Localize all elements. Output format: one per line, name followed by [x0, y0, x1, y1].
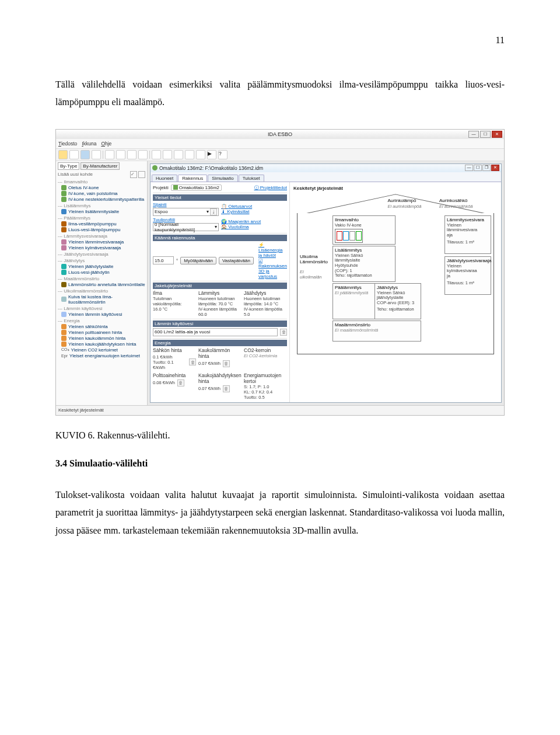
- tool-i-icon[interactable]: [196, 150, 205, 159]
- poltto-header: Polttoainehinta: [153, 372, 196, 378]
- tool-h-icon[interactable]: [185, 150, 194, 159]
- form-panel: Projekti Omakotitalo 136m2 ⓘ Projektitie…: [150, 182, 290, 402]
- tool-c-icon[interactable]: [127, 150, 136, 159]
- tool-d-icon[interactable]: [138, 150, 148, 159]
- kauko-del-icon[interactable]: 🗑: [223, 360, 230, 367]
- lammin-del-icon[interactable]: 🗑: [280, 329, 287, 336]
- sidebar-item[interactable]: IV-kone nestekiertolämmityspatterilla: [61, 197, 145, 202]
- tool-a-icon[interactable]: [105, 150, 114, 159]
- tool-help-icon[interactable]: ?: [218, 150, 228, 159]
- section-lammin-header: Lämmin käyttövesi: [153, 321, 287, 327]
- menubar: TTiedostoiedosto Ikkuna Ohje: [56, 139, 504, 149]
- sidebar-item[interactable]: Yleinen kaukolämmön hinta: [61, 336, 145, 341]
- tool-save2-icon[interactable]: [92, 150, 101, 159]
- rakennus3d-link[interactable]: ☑ Rakennuksen 3D ja varjostus: [258, 258, 287, 279]
- child-max-icon[interactable]: ☐: [474, 165, 482, 171]
- tool-save-icon[interactable]: [80, 150, 90, 159]
- sidebar-group: --- Maalämmönsiirto: [58, 276, 145, 281]
- tab-tulokset[interactable]: Tulokset: [239, 175, 264, 182]
- tab-huoneet[interactable]: Huoneet: [152, 175, 177, 182]
- myota-button[interactable]: Myötäpäivään: [180, 257, 216, 264]
- sidebar-item[interactable]: IV-kone, vain poistoilma: [61, 191, 145, 196]
- lisaenergia-link[interactable]: ⚡ Lisäenergia ja häviöt: [258, 242, 282, 258]
- sidebar-item[interactable]: Yleinen lämminvesivaraaja: [61, 239, 145, 245]
- maaperan-link[interactable]: 🌍 Maaperän arvot: [221, 219, 261, 224]
- tool-f-icon[interactable]: [163, 150, 172, 159]
- menu-tiedosto[interactable]: TTiedostoiedosto: [58, 141, 77, 147]
- sidebar-item-label: IV-kone, vain poistoilma: [68, 191, 118, 196]
- minimize-icon[interactable]: —: [468, 131, 479, 138]
- item-icon: [61, 270, 66, 275]
- projekti-chip[interactable]: Omakotitalo 136m2: [171, 184, 222, 191]
- tuuli-input[interactable]: 0 [Normaali kaupunkiympäristö]: [155, 222, 215, 232]
- sidebar-opt1-icon[interactable]: ✓: [130, 171, 137, 178]
- close-icon[interactable]: ✕: [492, 131, 502, 138]
- tool-new-icon[interactable]: [58, 150, 68, 159]
- sidebar-group: --- Päälämmitys: [58, 215, 145, 221]
- jaahdytys-header: Jäähdytys: [244, 290, 287, 296]
- sidebar-item-label: Yleinen lisälämmityslaite: [68, 209, 119, 214]
- jaahdytysvesivara-cell[interactable]: Jäähdytysvesivaraaja Yleinen kylmävesiva…: [444, 256, 491, 295]
- sidebar-item-label: Yleinen kaukojäähdytyksen hinta: [68, 342, 136, 347]
- add-new-label: Lisää uusi kohde: [58, 172, 93, 177]
- sidebar-item[interactable]: Yleinen polttoaineen hinta: [61, 330, 145, 335]
- sidebar-item[interactable]: Yleinen lämmin käyttövesi: [61, 312, 145, 317]
- sidebar-item[interactable]: Ilma-vesilämpöpumppu: [61, 221, 145, 227]
- sidebar-item[interactable]: Yleinen kylmävesivaraaja: [61, 245, 145, 250]
- tool-b-icon[interactable]: [116, 150, 125, 159]
- dropdown-icon[interactable]: ▾: [215, 224, 217, 229]
- tab-by-manufacturer[interactable]: By-Manufacturer: [80, 162, 120, 170]
- tab-simulaatio[interactable]: Simulaatio: [208, 175, 237, 182]
- dropdown-icon[interactable]: ▾: [206, 209, 209, 214]
- child-close-icon[interactable]: ✕: [491, 165, 499, 171]
- sijainti-download-icon[interactable]: ⭳: [210, 208, 217, 215]
- sidebar-item[interactable]: Lämmönsiirto annetulla lämmöntilalle: [61, 282, 145, 287]
- child-restore-icon[interactable]: ❐: [482, 165, 491, 171]
- sidebar-item[interactable]: Liuos-vesi-lämpöpumppu: [61, 227, 145, 232]
- oletusarvot-link[interactable]: 📋 Oletusarvot: [221, 204, 252, 209]
- tool-e-icon[interactable]: [152, 150, 161, 159]
- sidebar-item[interactable]: Oletus IV-kone: [61, 185, 145, 190]
- sahko-del-icon[interactable]: 🗑: [189, 358, 196, 365]
- sijainti-input[interactable]: Espoo: [155, 209, 168, 214]
- sidebar-item[interactable]: Yleinen sähköhinta: [61, 324, 145, 329]
- lammin-input[interactable]: 600 L/m2 lattia-ala ja vuosi: [155, 329, 210, 335]
- sidebar-item[interactable]: EprYleiset energiamuotojen kertoimet: [61, 353, 145, 358]
- tab-rakennus[interactable]: Rakennus: [178, 175, 207, 182]
- kaanna-input[interactable]: 15.0: [155, 258, 164, 263]
- sidebar-item-label: Liuos-vesi-jäähdytin: [68, 270, 110, 275]
- menu-ikkuna[interactable]: Ikkuna: [82, 141, 96, 147]
- paalammitys-cell[interactable]: Päälämmitys Ei päälämmitystä: [332, 283, 376, 319]
- sidebar-item[interactable]: CO₂Yleinen CO2 kertoimet: [61, 347, 145, 353]
- jaahdytys-cell[interactable]: Jäähdytys Yleinen Sähkö jäähdytyslaite C…: [374, 283, 421, 319]
- sidebar-item[interactable]: Yleinen lisälämmityslaite: [61, 209, 145, 214]
- tool-open-icon[interactable]: [69, 150, 79, 159]
- vuotoilma-link[interactable]: 🏠 Vuotoilma: [221, 224, 249, 229]
- sidebar-item-label: Kuiva tai kostea ilma- liuoslämmönsiirti…: [68, 294, 145, 305]
- sidebar-opt2-icon[interactable]: [138, 171, 145, 178]
- sijainti-link[interactable]: Sijainti: [153, 202, 167, 207]
- child-title: Omakotitalo 136m2: F:\Omakotitalo 136m2.…: [159, 165, 263, 171]
- sidebar-item[interactable]: Yleinen jäähdytyslaite: [61, 264, 145, 269]
- tab-by-type[interactable]: By-Type: [58, 162, 79, 170]
- sidebar-item[interactable]: Kuiva tai kostea ilma- liuoslämmönsiirti…: [61, 294, 145, 305]
- tool-play-icon[interactable]: ▶: [207, 150, 216, 159]
- maalammon-cell[interactable]: Maalämmönsiirto Ei maalämmönsiirrintä: [332, 321, 421, 342]
- tool-g-icon[interactable]: [174, 150, 183, 159]
- menu-ohje[interactable]: Ohje: [101, 141, 111, 147]
- child-min-icon[interactable]: —: [465, 165, 473, 171]
- vasta-button[interactable]: Vastapäivään: [219, 257, 254, 264]
- sidebar-item-label: Yleinen kylmävesivaraaja: [68, 245, 121, 250]
- maximize-icon[interactable]: ☐: [480, 131, 491, 138]
- projektitiedot-link[interactable]: ⓘ Projektitiedot: [254, 184, 287, 191]
- sidebar-item[interactable]: Yleinen kaukojäähdytyksen hinta: [61, 342, 145, 347]
- lisalammitys-cell[interactable]: Lisälämmitys Yleinen Sähkö lämmityslaite…: [332, 246, 396, 282]
- poltto-del-icon[interactable]: 🗑: [177, 379, 184, 386]
- ilmanvaihto-cell[interactable]: Ilmanvaihto Vakio IV-kone: [332, 215, 396, 245]
- section-kaanna-header: Käännä rakennusta: [153, 235, 287, 241]
- child-window: Omakotitalo 136m2: F:\Omakotitalo 136m2.…: [150, 163, 502, 403]
- sidebar-item[interactable]: Liuos-vesi-jäähdytin: [61, 270, 145, 275]
- lammitysvesivara-cell[interactable]: Lämmitysvesivara Yleinen lämminvesivara …: [444, 215, 491, 254]
- kaukoj-del-icon[interactable]: 🗑: [223, 385, 230, 392]
- kylmasillat-link[interactable]: 🌡 Kylmäsillat: [221, 209, 249, 214]
